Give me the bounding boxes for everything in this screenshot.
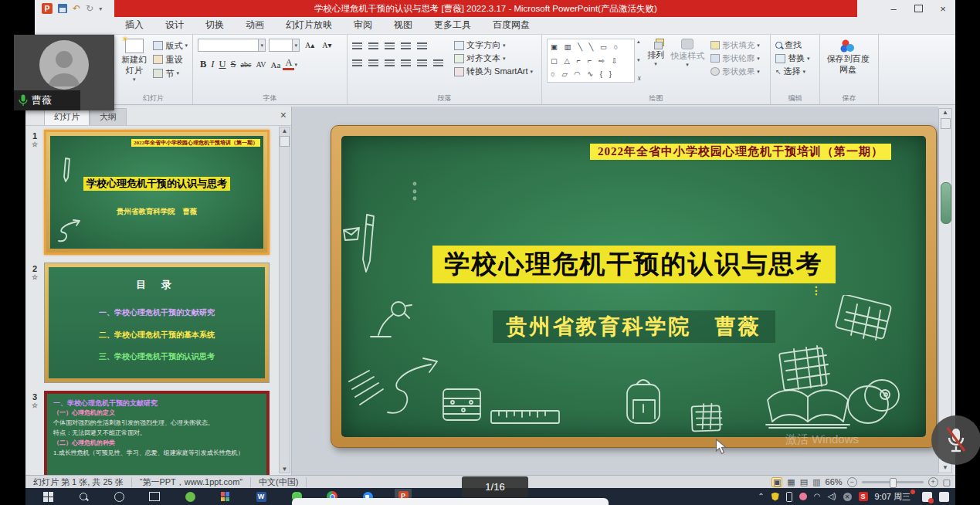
redo-icon[interactable]: ↻ [86,4,93,13]
normal-view-button[interactable]: ▣ [771,477,782,487]
panel-close-icon[interactable]: × [280,109,287,121]
decrease-indent-icon[interactable] [385,42,395,49]
save-icon[interactable] [58,4,67,13]
scroll-split-box[interactable] [280,136,290,147]
change-case-icon[interactable]: Aa [269,60,283,69]
align-right-icon[interactable] [385,59,395,66]
slide-1-thumbnail[interactable]: 2022年全省中小学校园心理危机干预培训（第一期） 学校心理危机干预的认识与思考… [44,130,270,255]
panel-scrollbar[interactable]: ▲ ▼ [279,127,290,473]
font-name-combo[interactable]: ▾ [198,39,266,52]
arrange-button[interactable]: 排列 ▾ [647,39,664,68]
zoom-slider[interactable] [862,481,924,483]
text-direction-button[interactable]: 文字方向▾ [454,39,533,52]
slide-3-thumbnail[interactable]: 一、学校心理危机干预的文献研究 （一）心理危机的定义 个体面对强烈的生活刺激引发… [44,391,270,475]
security-shield-icon[interactable] [771,493,779,501]
scroll-split-box[interactable] [941,118,951,129]
bold-button[interactable]: B [198,59,209,70]
shape-effects-button[interactable]: 形状效果▾ [710,65,760,78]
slide-2-thumbnail[interactable]: 目 录 一、学校心理危机干预的文献研究 二、学校心理危机干预的基本系统 三、学校… [44,263,270,383]
find-button[interactable]: 查找 [775,39,815,52]
phone-icon[interactable] [786,492,792,502]
restore-button[interactable] [906,2,931,15]
slide-title[interactable]: 学校心理危机干预的认识与思考 [432,246,836,283]
slide-sorter-view-button[interactable]: ▦ [787,478,795,486]
zoom-in-button[interactable]: + [928,477,938,487]
panel-tab-outline[interactable]: 大纲 [90,108,127,125]
tab-design[interactable]: 设计 [154,16,195,34]
scroll-thumb[interactable] [941,182,951,224]
zoom-level[interactable]: 66% [826,477,843,486]
shape-outline-button[interactable]: 形状轮廓▾ [710,52,760,65]
undo-icon[interactable]: ↶ [73,4,80,13]
scroll-up-icon[interactable]: ▲ [942,109,948,116]
task-view-button[interactable] [146,489,163,504]
current-slide[interactable]: 2022年全省中小学校园心理危机干预培训（第一期） 学校心理危机干预的认识与思考… [331,125,937,448]
quick-styles-button[interactable]: 快速样式 ▾ [670,39,704,69]
volume-icon[interactable]: ◁) [827,493,836,500]
bullets-icon[interactable] [352,42,362,49]
italic-button[interactable]: I [209,59,216,70]
taskbar-app-360[interactable] [181,489,198,504]
tray-x-icon[interactable]: ✕ [843,493,852,501]
pink-app-tray-icon[interactable] [799,493,807,500]
reading-view-button[interactable]: ▤ [800,478,808,486]
tab-transitions[interactable]: 切换 [195,16,235,34]
language-status[interactable]: 中文(中国) [251,477,307,487]
numbering-icon[interactable] [368,42,378,49]
scroll-down-icon[interactable]: ▼ [282,466,288,473]
taskbar-clock[interactable]: 9:07 周三 [875,491,915,503]
red-s-app-icon[interactable]: S [859,492,868,501]
zoom-slider-thumb[interactable] [890,478,897,488]
scroll-up-icon[interactable]: ▲ [282,127,288,134]
replace-button[interactable]: 替换▾ [775,52,815,65]
taskbar-app-photos[interactable] [217,489,234,504]
shapes-gallery[interactable]: ▣ ▥ ╲ ╲ ▭ ○ ▢ △ ⌐ ⌐ ⇨ ⇩ ○ ▱ ◠ ∿ { } [547,39,635,83]
slide-subtitle[interactable]: 贵州省教育科学院 曹薇 [493,310,775,343]
network-icon[interactable]: ◠ [814,493,821,500]
line-spacing-icon[interactable] [417,42,427,49]
shrink-font-icon[interactable]: A▾ [320,41,334,49]
increase-indent-icon[interactable] [401,42,411,49]
start-button[interactable] [39,489,56,504]
new-slide-button[interactable]: 新建幻灯片 ▾ [119,39,149,83]
gallery-up-icon[interactable]: ▴ [637,39,641,45]
distribute-icon[interactable] [417,59,427,66]
tray-expand-icon[interactable]: ⌃ [758,493,764,500]
align-text-button[interactable]: 对齐文本▾ [454,52,533,65]
tab-review[interactable]: 审阅 [343,16,383,34]
slideshow-view-button[interactable]: ▥ [812,478,820,486]
zoom-out-button[interactable]: − [847,477,857,487]
taskbar-search-button[interactable] [75,489,92,504]
select-button[interactable]: ↖选择▾ [775,65,815,78]
meeting-toolbar-peek[interactable] [292,498,609,505]
gallery-more-icon[interactable]: ⊻ [637,76,641,82]
font-color-button[interactable]: A [283,59,294,69]
scroll-down-icon[interactable]: ▼ [939,464,951,471]
tab-slideshow[interactable]: 幻灯片放映 [275,16,343,34]
gallery-down-icon[interactable]: ▾ [637,57,641,63]
section-button[interactable]: 节▾ [153,66,188,80]
dropdown-icon[interactable]: ▾ [294,62,297,68]
panel-tab-slides[interactable]: 幻灯片 [44,108,90,125]
tab-baidu-pan[interactable]: 百度网盘 [482,16,541,34]
tray-document-icon[interactable] [922,492,932,502]
underline-button[interactable]: U [217,59,229,70]
layout-button[interactable]: 版式▾ [153,39,188,53]
close-button[interactable]: × [931,2,955,15]
fit-to-window-button[interactable]: ▢ [943,478,951,486]
reset-button[interactable]: 重设 [153,53,188,66]
align-center-icon[interactable] [368,59,378,66]
minimize-button[interactable]: – [881,2,906,15]
taskbar-app-word[interactable]: W [253,489,270,504]
grow-font-icon[interactable]: A▴ [303,41,317,49]
smartart-button[interactable]: 转换为 SmartArt▾ [454,65,533,78]
tab-animations[interactable]: 动画 [235,16,275,34]
strikethrough-button[interactable]: S [229,59,239,70]
mute-button[interactable] [931,415,980,465]
qat-customize-dropdown-icon[interactable]: ▾ [99,5,102,12]
tab-view[interactable]: 视图 [383,16,423,34]
tray-notes-icon[interactable] [939,492,949,502]
shadow-abc-icon[interactable]: abc [239,60,254,69]
tab-insert[interactable]: 插入 [114,16,154,34]
cortana-button[interactable] [110,489,127,504]
